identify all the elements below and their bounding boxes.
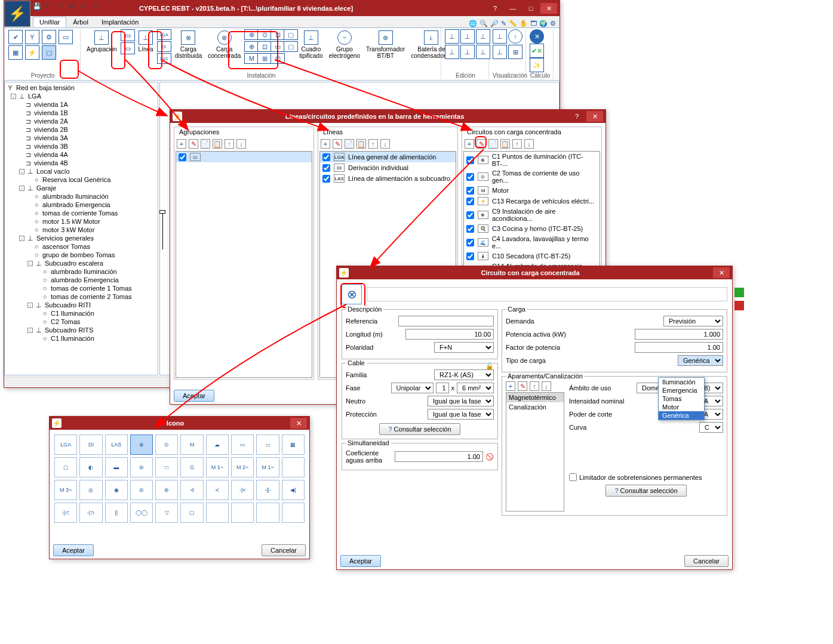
circ-add-icon[interactable]: + [465,139,474,149]
apar-item-canal[interactable]: Canalización [506,402,564,412]
icon-cell[interactable] [256,503,279,523]
icon-cell[interactable]: ⊖ [130,457,153,477]
minimize-icon[interactable]: — [505,3,521,14]
conc-opt-7[interactable]: ▭ [271,41,285,52]
tree-item[interactable]: ○alumbrado Emergencia [6,276,156,284]
conc-opt-11[interactable]: ⊡ [271,53,285,64]
icon-cell[interactable]: ▽ [155,503,178,523]
edit-4[interactable]: ⊥ [445,45,459,59]
icon-cell[interactable] [282,457,305,477]
agr-sub2-icon[interactable]: ▭ [121,42,135,54]
hand-icon[interactable]: ✋ [520,20,528,27]
icon-cell[interactable]: ▢ [180,503,203,523]
copy-icon[interactable]: 📄 [201,139,210,149]
doc-icon[interactable]: ▭ [59,30,73,44]
world-icon[interactable]: 🌍 [539,20,548,27]
icon-cell[interactable]: M 1~ [206,457,229,477]
circuito-row[interactable]: ⊗C1 Puntos de iluminación (ITC-BT-... [464,152,600,168]
btn-cuadro-tip[interactable]: ⊥Cuadro tipificado [297,29,325,60]
tree-item[interactable]: ○tomas de corriente 1 Tomas [6,284,156,292]
icon-cell[interactable]: ⊰ [180,480,203,500]
tree-item[interactable]: ⊐vivienda 4A [6,150,156,159]
icon-cell[interactable]: -|⊃ [79,503,102,523]
agr-check[interactable] [179,153,186,161]
edit-2[interactable]: ⊥ [460,29,475,44]
icon-cell[interactable]: ◉ [105,480,128,500]
dlg1-aceptar[interactable]: Aceptar [174,390,214,402]
paste-icon[interactable]: 📋 [213,139,222,149]
vis-4[interactable]: ⊞ [508,45,522,59]
circ-paste-icon[interactable]: 📋 [500,139,510,149]
conc-opt-6[interactable]: ⊡ [257,41,272,52]
conc-opt-8[interactable]: ▢ [284,41,298,52]
select-neutro[interactable]: Igual que la fase [428,396,494,406]
tree-item[interactable]: ⊐vivienda 2B [6,125,156,134]
lock-icon[interactable]: 🔓 [485,362,494,370]
redo-icon[interactable]: ↷ [57,2,66,12]
tree-sub-esc[interactable]: Subcuadro escalera [45,260,103,267]
maximize-icon[interactable]: □ [522,3,539,14]
calc-x-icon[interactable]: ✕ [530,29,544,44]
tree-item[interactable]: ⊐vivienda 1A [6,100,156,109]
icon-cell[interactable]: ◯◯ [130,503,153,523]
select-familia[interactable]: RZ1-K (AS) [434,369,494,380]
edit-3[interactable]: ⊥ [476,29,490,44]
circuito-row[interactable]: 🌡C10 Secadora (ITC-BT-25) [464,251,600,261]
dlg1-close-icon[interactable]: ✕ [586,111,603,122]
opt-tomas[interactable]: Tomas [659,395,704,403]
circ-down-icon[interactable]: ↓ [524,139,534,149]
di-icon[interactable]: DI [157,41,171,52]
tree-item[interactable]: ⊐vivienda 2A [6,117,156,125]
circ-copy-icon[interactable]: 📄 [488,139,498,149]
btn-agrupacion[interactable]: ⊥Agrupación [84,29,119,54]
tab-arbol[interactable]: Árbol [66,17,95,27]
layers-icon[interactable]: ▦ [8,45,23,60]
delete-icon[interactable]: ✎ [189,139,198,149]
linea-row[interactable]: LGALínea general de alimentación [320,152,456,162]
export-icon[interactable]: ↗ [93,2,102,12]
icon-cell[interactable]: ▬ [105,457,128,477]
panel-icon[interactable]: ▢ [42,45,56,60]
help-icon[interactable]: ? [487,3,503,14]
conc-opt-4[interactable]: ▢ [284,29,298,40]
select-curva[interactable]: C [699,422,723,433]
check-icon[interactable]: ✔ [81,2,90,12]
circuito-row[interactable]: ⚡C13 Recarga de vehículos eléctri... [464,196,600,207]
apar-del-icon[interactable]: ✎ [518,381,527,391]
lga-icon[interactable]: LGA [157,29,171,40]
aparamenta-list[interactable]: Magnetotérmico Canalización [506,392,564,511]
down-icon[interactable]: ↓ [236,139,246,149]
apar-item-magneto[interactable]: Magnetotérmico [506,393,564,402]
icon-cell[interactable]: DI [79,435,102,455]
agr-sub1-icon[interactable]: ▭ [121,29,135,41]
circuit-name-input[interactable] [367,287,727,301]
tree-item[interactable]: ⊐vivienda 3A [6,134,156,142]
tree-item[interactable]: ○tomas de corriente 2 Tomas [6,292,156,301]
select-fase[interactable]: Unipolar [391,383,434,393]
conc-opt-10[interactable]: ⊞ [257,53,272,64]
tree-garaje[interactable]: Garaje [36,184,56,192]
apar-add-icon[interactable]: + [506,381,515,391]
select-demanda[interactable]: Previsión [663,316,723,326]
circ-del-icon[interactable]: ✎ [477,139,486,149]
antenna-icon[interactable]: Y [25,30,39,44]
app-icon[interactable]: ⚡ [4,1,30,27]
calc-wand-icon[interactable]: ✨ [530,58,544,72]
opt-iluminacion[interactable]: Iluminación [659,378,704,386]
opt-motor[interactable]: Motor [659,403,704,411]
zoom-out-icon[interactable]: 🔍 [479,20,488,27]
window-icon[interactable]: 🗔 [530,20,537,27]
input-longitud[interactable] [405,329,494,340]
tree-item[interactable]: ○tomas de corriente Tomas [6,209,156,217]
las-icon[interactable]: LAS [157,53,171,64]
opt-generica[interactable]: Genérica [659,411,704,420]
icon-cell[interactable]: || [105,503,128,523]
edit-5[interactable]: ⊥ [460,45,475,59]
select-polaridad[interactable]: F+N [434,342,494,353]
icon-cell[interactable]: M 1~ [256,457,279,477]
lin-up-icon[interactable]: ↑ [368,139,378,149]
tree-item[interactable]: ○C1 Iluminación [6,334,156,343]
tree-item[interactable]: ○C2 Tomas [6,318,156,326]
conc-opt-9[interactable]: M [244,53,259,64]
tree-reserva[interactable]: Reserva local Genérica [42,176,110,183]
